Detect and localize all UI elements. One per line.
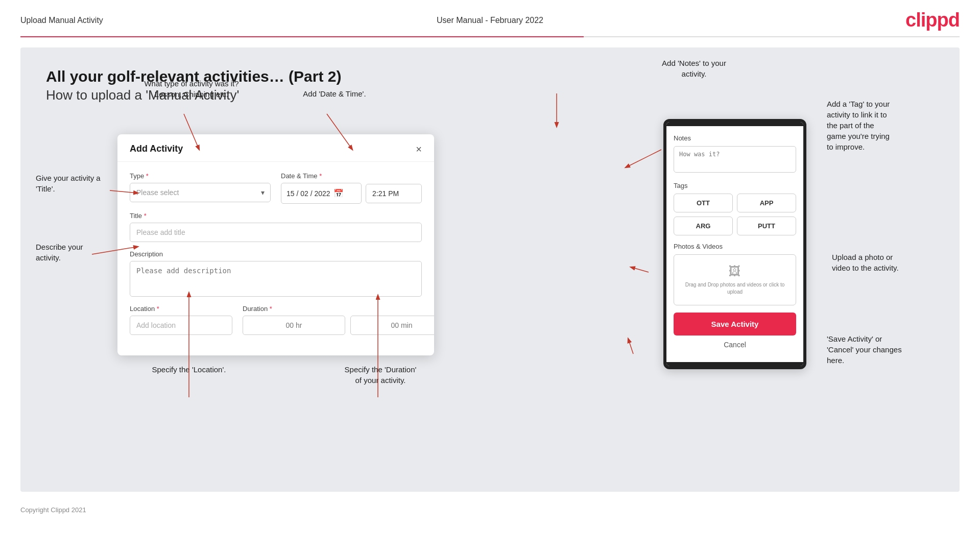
- annotation-duration: Specify the 'Duration'of your activity.: [322, 364, 439, 386]
- duration-wrapper: [243, 316, 434, 335]
- phone-top-bar: [666, 122, 803, 126]
- tag-putt[interactable]: PUTT: [737, 217, 796, 235]
- type-label: Type *: [130, 172, 271, 180]
- cancel-link[interactable]: Cancel: [674, 341, 796, 354]
- phone-bottom-bar: [666, 362, 803, 366]
- header-left: Upload Manual Activity: [20, 16, 103, 25]
- phone-content: Notes Tags OTT APP ARG PUTT Photos & Vid…: [666, 126, 803, 362]
- modal-header: Add Activity ×: [117, 134, 434, 162]
- duration-hr-input[interactable]: [243, 316, 345, 335]
- header-center: User Manual - February 2022: [437, 16, 543, 25]
- annotation-tag: Add a 'Tag' to youractivity to link it t…: [827, 99, 944, 152]
- title-group: Title *: [130, 212, 422, 242]
- form-row-location-duration: Location * Duration *: [130, 305, 422, 335]
- time-value: 2:21 PM: [372, 189, 399, 198]
- title-input[interactable]: [130, 223, 422, 242]
- location-group: Location *: [130, 305, 232, 335]
- header-divider: [20, 36, 960, 37]
- duration-group: Duration *: [243, 305, 434, 335]
- location-label: Location *: [130, 305, 232, 313]
- upload-text: Drag and Drop photos and videos or click…: [679, 281, 791, 296]
- photos-videos-label: Photos & Videos: [674, 243, 796, 250]
- notes-textarea[interactable]: [674, 146, 796, 173]
- date-value: 15 / 02 / 2022: [286, 189, 330, 198]
- tags-section-label: Tags: [674, 182, 796, 189]
- type-group: Type * Please select ▾: [130, 172, 271, 204]
- description-group: Description: [130, 250, 422, 297]
- upload-icon: 🖼: [679, 264, 791, 278]
- annotation-title: Give your activity a'Title'.: [36, 173, 112, 194]
- annotation-notes: Add 'Notes' to youractivity.: [643, 58, 745, 79]
- footer: Copyright Clippd 2021: [0, 502, 980, 518]
- close-button[interactable]: ×: [416, 144, 422, 154]
- modal-title: Add Activity: [130, 143, 183, 154]
- notes-section-label: Notes: [674, 134, 796, 142]
- duration-label: Duration *: [243, 305, 434, 313]
- datetime-group: Date & Time * 15 / 02 / 2022 📅 2:21 PM: [281, 172, 422, 204]
- datetime-label: Date & Time *: [281, 172, 422, 180]
- annotation-location: Specify the 'Location'.: [138, 364, 240, 375]
- form-row-type-datetime: Type * Please select ▾ Date & Time *: [130, 172, 422, 204]
- phone-panel: Notes Tags OTT APP ARG PUTT Photos & Vid…: [663, 119, 806, 369]
- type-select-wrapper: Please select ▾: [130, 183, 271, 202]
- calendar-icon: 📅: [333, 188, 344, 198]
- main-content: All your golf-relevant activities… (Part…: [20, 47, 960, 492]
- header: Upload Manual Activity User Manual - Feb…: [0, 0, 980, 36]
- title-label: Title *: [130, 212, 422, 220]
- date-input[interactable]: 15 / 02 / 2022 📅: [281, 183, 362, 204]
- svg-line-7: [626, 150, 661, 167]
- time-input[interactable]: 2:21 PM: [366, 184, 422, 203]
- add-activity-modal: Add Activity × Type * Please select: [117, 134, 434, 355]
- date-time-wrapper: 15 / 02 / 2022 📅 2:21 PM: [281, 183, 422, 204]
- tag-app[interactable]: APP: [737, 194, 796, 212]
- tag-ott[interactable]: OTT: [674, 194, 733, 212]
- annotation-save-cancel: 'Save Activity' or'Cancel' your changesh…: [827, 333, 944, 366]
- annotation-upload: Upload a photo orvideo to the activity.: [832, 252, 939, 273]
- annotation-describe: Describe youractivity.: [36, 242, 107, 263]
- svg-line-8: [631, 267, 649, 272]
- svg-line-9: [628, 339, 633, 354]
- save-activity-button[interactable]: Save Activity: [674, 313, 796, 336]
- type-select[interactable]: Please select: [130, 183, 271, 202]
- modal-wrapper: Add Activity × Type * Please select: [117, 134, 434, 355]
- copyright: Copyright Clippd 2021: [20, 506, 86, 514]
- location-input[interactable]: [130, 316, 232, 335]
- annotation-activity-type: What type of activity was it?Lesson, Chi…: [143, 78, 240, 100]
- description-textarea[interactable]: [130, 261, 422, 297]
- tags-grid: OTT APP ARG PUTT: [674, 194, 796, 235]
- phone-mock: Notes Tags OTT APP ARG PUTT Photos & Vid…: [663, 119, 806, 369]
- description-label: Description: [130, 250, 422, 258]
- upload-area[interactable]: 🖼 Drag and Drop photos and videos or cli…: [674, 254, 796, 305]
- tag-arg[interactable]: ARG: [674, 217, 733, 235]
- duration-min-input[interactable]: [350, 316, 434, 335]
- modal-body: Type * Please select ▾ Date & Time *: [117, 162, 434, 355]
- annotation-date-time: Add 'Date & Time'.: [291, 88, 378, 99]
- logo: clippd: [905, 9, 960, 31]
